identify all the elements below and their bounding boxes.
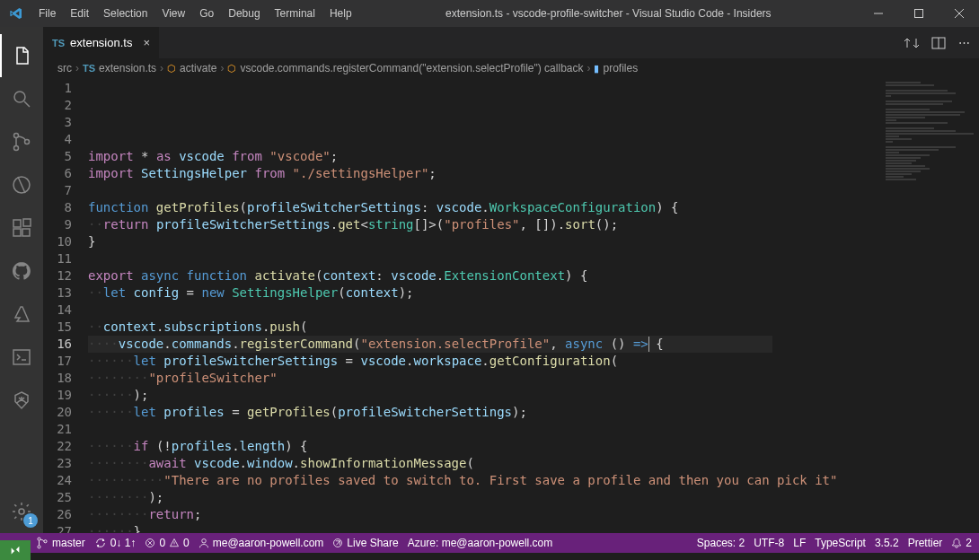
minimap[interactable] [880, 78, 979, 533]
terminal-icon[interactable] [0, 336, 43, 379]
close-button[interactable] [939, 0, 979, 27]
maximize-button[interactable] [898, 0, 939, 27]
typescript-file-icon: TS [83, 63, 95, 74]
crumb-src[interactable]: src [57, 62, 72, 74]
window-title: extension.ts - vscode-profile-switcher -… [359, 7, 858, 20]
search-icon[interactable] [0, 77, 43, 120]
menu-go[interactable]: Go [192, 7, 221, 20]
menu-debug[interactable]: Debug [221, 7, 267, 20]
status-sync[interactable]: 0↓ 1↑ [94, 537, 137, 549]
menu-terminal[interactable]: Terminal [268, 7, 322, 20]
tab-extension-ts[interactable]: TS extension.ts × [43, 27, 159, 58]
kubernetes-icon[interactable] [0, 379, 43, 422]
line-numbers: 1234567891011121314151617181920212223242… [43, 78, 88, 533]
menu-edit[interactable]: Edit [63, 7, 96, 20]
crumb-callback[interactable]: vscode.commands.registerCommand("extensi… [240, 62, 583, 74]
code-editor[interactable]: 1234567891011121314151617181920212223242… [43, 78, 979, 533]
svg-point-21 [44, 540, 47, 543]
status-spaces[interactable]: Spaces: 2 [697, 537, 745, 549]
method-icon: ⬡ [167, 63, 176, 74]
svg-line-5 [24, 101, 30, 107]
svg-rect-1 [914, 10, 922, 18]
svg-point-8 [25, 140, 30, 144]
typescript-file-icon: TS [52, 38, 65, 48]
status-notifications[interactable]: 2 [951, 537, 972, 549]
extensions-icon[interactable] [0, 206, 43, 249]
activity-bar: 1 [0, 27, 43, 533]
editor-area: TS extension.ts × ⋯ src › TS extension.t… [43, 27, 979, 533]
app-icon [0, 6, 31, 21]
svg-point-6 [14, 134, 19, 138]
menu-help[interactable]: Help [322, 7, 359, 20]
crumb-file[interactable]: extension.ts [99, 62, 156, 74]
tab-label: extension.ts [70, 36, 132, 49]
status-eol[interactable]: LF [793, 537, 806, 549]
svg-rect-15 [13, 350, 30, 364]
source-control-icon[interactable] [0, 120, 43, 163]
svg-point-4 [14, 92, 25, 102]
status-bar: master 0↓ 1↑ 0 0 me@aaron-powell.com Liv… [0, 533, 979, 553]
status-prettier[interactable]: Prettier [908, 537, 943, 549]
menu-view[interactable]: View [154, 7, 192, 20]
svg-point-19 [38, 538, 40, 540]
window-controls [858, 0, 979, 27]
svg-rect-11 [13, 220, 21, 227]
status-encoding[interactable]: UTF-8 [754, 537, 784, 549]
status-problems[interactable]: 0 0 [145, 537, 189, 549]
debug-icon[interactable] [0, 163, 43, 206]
menu-file[interactable]: File [31, 7, 63, 20]
breadcrumbs[interactable]: src › TS extension.ts › ⬡ activate › ⬡ v… [43, 58, 979, 78]
menu-selection[interactable]: Selection [96, 7, 154, 20]
menu-bar: File Edit Selection View Go Debug Termin… [31, 7, 359, 20]
svg-point-7 [14, 146, 19, 151]
svg-point-20 [38, 546, 40, 548]
settings-gear-icon[interactable]: 1 [0, 490, 43, 533]
explorer-icon[interactable] [0, 34, 43, 77]
status-liveshare[interactable]: Live Share [332, 537, 398, 549]
azure-icon[interactable] [0, 293, 43, 336]
method-icon: ⬡ [227, 63, 236, 74]
status-language[interactable]: TypeScript [815, 537, 866, 549]
svg-point-26 [202, 539, 207, 544]
github-icon[interactable] [0, 249, 43, 293]
status-account[interactable]: me@aaron-powell.com [198, 537, 324, 549]
close-icon[interactable]: × [143, 36, 150, 49]
more-icon[interactable]: ⋯ [958, 36, 970, 50]
remote-indicator[interactable] [0, 540, 31, 560]
svg-point-16 [19, 509, 24, 514]
crumb-activate[interactable]: activate [180, 62, 216, 74]
svg-rect-12 [13, 229, 21, 236]
minimize-button[interactable] [858, 0, 898, 27]
svg-rect-13 [22, 229, 30, 236]
titlebar: File Edit Selection View Go Debug Termin… [0, 0, 979, 27]
status-branch[interactable]: master [36, 537, 85, 549]
status-azure[interactable]: Azure: me@aaron-powell.com [408, 537, 553, 549]
code-content[interactable]: import * as vscode from "vscode";import … [88, 78, 880, 533]
compare-icon[interactable] [904, 36, 919, 50]
status-ts-version[interactable]: 3.5.2 [875, 537, 899, 549]
svg-rect-14 [23, 219, 31, 226]
split-editor-icon[interactable] [931, 36, 946, 50]
settings-badge: 1 [23, 513, 38, 528]
svg-line-10 [18, 177, 25, 193]
variable-icon: ▮ [594, 63, 599, 74]
crumb-profiles[interactable]: profiles [603, 62, 638, 74]
editor-tabs: TS extension.ts × ⋯ [43, 27, 979, 58]
